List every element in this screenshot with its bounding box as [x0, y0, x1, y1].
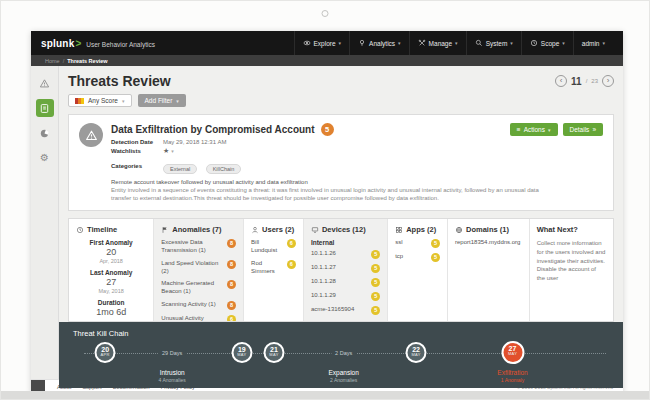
kill-chain-node[interactable]: 21 MAY	[264, 342, 285, 363]
kill-chain-node[interactable]: 22 MAY	[406, 342, 427, 363]
score-badge: 5	[371, 278, 380, 287]
device-item[interactable]: 10.1.1.265	[311, 250, 380, 259]
stage-intrusion: Intrusion 4 Anomalies	[159, 369, 186, 383]
sidebar-item-settings[interactable]: ⚙	[36, 149, 54, 167]
score-badge: 8	[227, 239, 236, 248]
detection-date-label: Detection Date	[111, 139, 163, 145]
device-item[interactable]: 10.1.1.275	[311, 264, 380, 273]
breadcrumb-home[interactable]: Home	[45, 58, 60, 64]
timeline-panel: Timeline First Anomaly 20 Apr, 2018 Last…	[69, 219, 153, 321]
nav-manage[interactable]: Manage ▾	[409, 31, 466, 55]
threat-card: Data Exfiltration by Compromised Account…	[68, 114, 614, 211]
anomaly-item[interactable]: Machine Generated Beacon (1)8	[161, 280, 236, 296]
nav-scope[interactable]: Scope ▾	[521, 31, 573, 55]
pagination-total: 23	[591, 78, 598, 84]
threat-kill-chain: Threat Kill Chain 29 Days 2 Days 20 APR …	[59, 322, 623, 388]
sidebar-item-reports[interactable]	[36, 124, 54, 142]
pagination-separator: /	[586, 78, 588, 84]
next-threat-button[interactable]: ›	[602, 75, 614, 87]
threat-description: Entity involved in a sequence of events …	[111, 186, 551, 202]
device-item[interactable]: acme-131659045	[311, 306, 380, 315]
device-item[interactable]: 10.1.1.295	[311, 292, 380, 301]
score-badge: 6	[287, 239, 296, 248]
chevron-down-icon: ▾	[548, 127, 551, 133]
prev-threat-button[interactable]: ‹	[555, 75, 567, 87]
categories-label: Categories	[111, 163, 163, 169]
score-filter-dropdown[interactable]: Any Score ▾	[68, 94, 132, 107]
threat-avatar	[79, 123, 103, 147]
search-icon	[475, 39, 483, 47]
product-name: User Behavior Analytics	[86, 41, 155, 48]
what-next-text: Collect more information for the users i…	[537, 239, 606, 282]
category-chip[interactable]: KillChain	[206, 164, 242, 174]
warning-triangle-icon	[85, 129, 98, 142]
left-sidebar: ⚙	[31, 66, 59, 379]
chevron-down-icon: ▾	[176, 98, 179, 104]
what-next-panel: What Next? Collect more information for …	[529, 219, 613, 321]
chevron-down-icon: ▾	[510, 40, 513, 46]
anomaly-item[interactable]: Excessive Data Transmission (1)8	[161, 239, 236, 255]
apps-grid-icon	[395, 226, 403, 234]
kill-chain-title: Threat Kill Chain	[59, 322, 623, 338]
kill-chain-node-exfiltration[interactable]: 27 MAY	[501, 341, 524, 364]
gear-icon: ⚙	[40, 153, 49, 163]
devices-group-label: Internal	[311, 239, 380, 246]
nav-system[interactable]: System ▾	[466, 31, 521, 55]
nav-explore[interactable]: Explore ▾	[294, 31, 350, 55]
domain-item[interactable]: report18354.myddns.org	[455, 239, 522, 247]
anomaly-item[interactable]: Unusual Activity6	[161, 315, 236, 321]
monitor-bottom-bezel	[1, 391, 649, 399]
monitor-frame: splunk > User Behavior Analytics Explore…	[0, 0, 650, 400]
flag-icon	[161, 226, 169, 234]
score-badge: 8	[227, 301, 236, 310]
threat-detail-panels: Timeline First Anomaly 20 Apr, 2018 Last…	[68, 218, 614, 322]
apps-panel: Apps (2) ssl5 tcp5	[387, 219, 447, 321]
score-badge: 6	[227, 315, 236, 321]
actions-button[interactable]: ≡ Actions ▾	[510, 123, 558, 136]
score-badge: 5	[371, 250, 380, 259]
main-area: Threats Review ‹ 11 / 23 › A	[59, 66, 623, 379]
logo-caret: >	[75, 38, 81, 49]
page-title: Threats Review	[68, 73, 171, 89]
sidebar-item-anomalies[interactable]	[36, 74, 54, 92]
globe-icon	[455, 226, 463, 234]
eye-icon	[303, 39, 311, 47]
kill-chain-node[interactable]: 19 MAY	[231, 342, 252, 363]
clock-icon	[530, 39, 538, 47]
detection-date-value: May 29, 2018 12:31 AM	[163, 139, 226, 145]
kill-chain-node[interactable]: 20 APR	[95, 342, 116, 363]
app-item[interactable]: ssl5	[395, 239, 440, 248]
user-icon	[251, 226, 259, 234]
breadcrumb-current: Threats Review	[67, 58, 107, 64]
warning-triangle-icon	[39, 78, 50, 89]
top-bar: splunk > User Behavior Analytics Explore…	[31, 31, 623, 55]
score-badge: 5	[431, 253, 440, 262]
nav-admin[interactable]: admin ▾	[573, 31, 613, 55]
splunk-logo: splunk > User Behavior Analytics	[41, 38, 155, 49]
anomaly-item[interactable]: Scanning Activity (1)8	[161, 301, 236, 310]
chevron-down-icon: ▾	[602, 40, 605, 46]
user-item[interactable]: Bill Lundquist6	[251, 239, 296, 255]
app-item[interactable]: tcp5	[395, 253, 440, 262]
watchlists-label: Watchlists	[111, 148, 163, 154]
details-button[interactable]: Details »	[563, 123, 604, 136]
category-chip[interactable]: External	[163, 164, 197, 174]
double-chevron-right-icon: »	[592, 126, 596, 133]
stage-expansion: Expansion 2 Anomalies	[328, 369, 358, 383]
device-item[interactable]: 10.1.1.285	[311, 278, 380, 287]
breadcrumb: Home / Threats Review	[31, 55, 623, 66]
monitor-icon	[311, 226, 319, 234]
threat-pagination: ‹ 11 / 23 ›	[555, 75, 614, 87]
chevron-down-icon: ▾	[562, 40, 565, 46]
sidebar-item-threats[interactable]	[36, 99, 54, 117]
threat-list-icon	[39, 103, 50, 114]
devices-panel: Devices (12) Internal 10.1.1.265 10.1.1.…	[303, 219, 387, 321]
anomaly-item[interactable]: Land Speed Violation (2)8	[161, 260, 236, 276]
nav-analytics[interactable]: Analytics ▾	[349, 31, 409, 55]
watchlist-star-button[interactable]: ★▾	[163, 147, 174, 155]
add-filter-button[interactable]: Add Filter ▾	[138, 94, 186, 107]
score-badge: 6	[287, 260, 296, 269]
anomalies-panel: Anomalies (7) Excessive Data Transmissio…	[153, 219, 243, 321]
user-item[interactable]: Rod Simmers6	[251, 260, 296, 276]
segment-duration-label: 2 Days	[331, 350, 356, 356]
